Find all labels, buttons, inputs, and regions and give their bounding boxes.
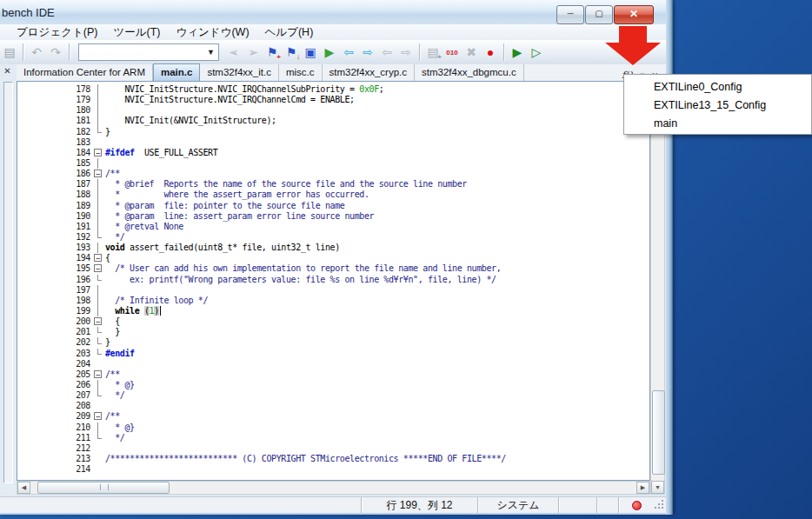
code-line[interactable]: 183: [17, 137, 649, 148]
paste-icon[interactable]: ▤: [0, 43, 19, 62]
menu-tools[interactable]: ツール(T): [105, 24, 168, 41]
code-line[interactable]: 204: [17, 359, 649, 369]
tab-stm32f4xx-it-c[interactable]: stm32f4xx_it.c: [200, 64, 279, 81]
code-line[interactable]: 212: [17, 443, 649, 454]
code-line[interactable]: 200− {: [17, 316, 649, 327]
code-line[interactable]: 206 * @}: [17, 380, 649, 390]
fold-collapse-icon[interactable]: −: [94, 170, 102, 177]
find-in-files-icon[interactable]: ▣: [301, 43, 320, 62]
fold-collapse-icon[interactable]: −: [94, 317, 102, 325]
tab-misc-c[interactable]: misc.c: [279, 64, 323, 81]
combobox-arrow-icon[interactable]: ▼: [203, 48, 218, 57]
tab-stm32f4xx-dbgmcu-c[interactable]: stm32f4xx_dbgmcu.c: [415, 64, 524, 81]
fold-collapse-icon[interactable]: −: [94, 264, 102, 272]
fold-collapse-icon[interactable]: −: [94, 370, 102, 378]
code-line[interactable]: 196 ex: printf("Wrong parameters value: …: [17, 275, 649, 285]
code-line[interactable]: 185: [17, 158, 649, 169]
close-button[interactable]: ✕: [614, 5, 654, 24]
code-line[interactable]: 199 while (1): [17, 306, 649, 316]
fold-margin[interactable]: −: [90, 263, 105, 274]
make-icon[interactable]: 010: [443, 43, 462, 62]
code-line[interactable]: 187 * @brief Reports the name of the sou…: [17, 179, 649, 190]
code-line[interactable]: 205−/**: [17, 369, 649, 380]
next-file-icon[interactable]: ⇨: [396, 43, 416, 62]
tab-information-center[interactable]: Information Center for ARM: [17, 64, 153, 81]
navigate-next-icon[interactable]: ➢: [243, 43, 263, 62]
navigate-prev-icon[interactable]: ➢: [224, 43, 243, 62]
resize-grip[interactable]: [654, 497, 666, 514]
menu-help[interactable]: ヘルプ(H): [257, 24, 322, 41]
find-next-icon[interactable]: ⚑+: [263, 43, 282, 62]
fold-margin[interactable]: −: [90, 148, 105, 158]
code-line[interactable]: 197: [17, 285, 649, 296]
tab-stm32f4xx-cryp-c[interactable]: stm32f4xx_cryp.c: [323, 64, 415, 81]
fold-collapse-icon[interactable]: −: [94, 254, 102, 262]
dock-groove[interactable]: [3, 82, 13, 483]
code-line[interactable]: 179 NVIC_InitStructure.NVIC_IRQChannelCm…: [17, 95, 649, 105]
code-line[interactable]: 192 */: [17, 232, 649, 243]
code-line[interactable]: 208: [17, 401, 649, 411]
vertical-scrollbar[interactable]: ▲ ▼: [650, 81, 665, 495]
title-bar[interactable]: bench IDE ─▢✕: [0, 0, 666, 25]
code-line[interactable]: 201 }: [17, 327, 649, 337]
find-combobox[interactable]: ▼: [78, 43, 219, 61]
code-line[interactable]: 182}: [17, 127, 649, 137]
code-line[interactable]: 213/************************** (C) COPYR…: [17, 454, 649, 464]
scroll-left-icon[interactable]: ◀: [17, 482, 30, 494]
find-prev-icon[interactable]: ⚑↓: [282, 43, 301, 62]
fn-item-extiline0-config[interactable]: EXTILine0_Config: [624, 78, 811, 96]
vertical-scroll-thumb[interactable]: [652, 390, 665, 475]
dock-close-icon[interactable]: ✕: [2, 66, 13, 77]
go-to-icon[interactable]: ▶: [320, 43, 339, 62]
code-line[interactable]: 202}: [17, 337, 649, 348]
debug-without-downloading-icon[interactable]: ▷: [527, 43, 546, 62]
code-line[interactable]: 180: [17, 105, 649, 116]
fold-collapse-icon[interactable]: −: [94, 412, 102, 420]
stop-build-icon[interactable]: ✖: [462, 43, 481, 62]
code-line[interactable]: 186−/**: [17, 169, 649, 179]
fold-margin[interactable]: −: [90, 253, 105, 263]
code-line[interactable]: 203#endif: [17, 349, 649, 359]
code-line[interactable]: 211 */: [17, 433, 649, 443]
code-line[interactable]: 190 * @param line: assert_param error li…: [17, 211, 649, 222]
code-line[interactable]: 198 /* Infinite loop */: [17, 296, 649, 306]
fold-margin[interactable]: −: [90, 316, 105, 327]
code-line[interactable]: 195− /* User can add his own implementat…: [17, 263, 649, 274]
minimize-button[interactable]: ─: [556, 5, 584, 24]
horizontal-scroll-thumb[interactable]: [37, 482, 170, 494]
compile-icon[interactable]: ▤+: [423, 43, 443, 62]
menu-project[interactable]: プロジェクト(P): [9, 24, 105, 41]
menu-window[interactable]: ウィンドウ(W): [168, 24, 256, 41]
undo-icon[interactable]: ↶: [27, 43, 46, 62]
code-line[interactable]: 194−{: [17, 253, 649, 263]
fold-margin[interactable]: −: [90, 169, 105, 179]
code-line[interactable]: 189 * @param file: pointer to the source…: [17, 201, 649, 211]
debug-breakpoint-icon[interactable]: ●: [481, 43, 500, 62]
code-line[interactable]: 193void assert_failed(uint8_t* file, uin…: [17, 243, 649, 253]
fold-margin[interactable]: −: [90, 369, 105, 380]
code-line[interactable]: 207 */: [17, 390, 649, 401]
download-and-debug-icon[interactable]: ▶: [508, 43, 527, 62]
code-line[interactable]: 209−/**: [17, 411, 649, 422]
scroll-down-icon[interactable]: ▼: [651, 481, 664, 494]
code-line[interactable]: 191 * @retval None: [17, 222, 649, 232]
redo-icon[interactable]: ↷: [46, 43, 65, 62]
fold-margin[interactable]: −: [90, 411, 105, 422]
tab-main-c[interactable]: main.c: [153, 63, 200, 81]
fn-item-extiline13-15-config[interactable]: EXTILine13_15_Config: [624, 96, 811, 115]
fn-item-main[interactable]: main: [624, 115, 811, 133]
scroll-right-icon[interactable]: ▶: [636, 482, 649, 494]
open-header-icon[interactable]: ⇦: [377, 43, 396, 62]
code-line[interactable]: 181 NVIC_Init(&NVIC_InitStructure);: [17, 116, 649, 126]
code-line[interactable]: 184−#ifdef USE_FULL_ASSERT: [17, 148, 649, 158]
code-line[interactable]: 214: [17, 464, 649, 475]
code-line[interactable]: 178 NVIC_InitStructure.NVIC_IRQChannelSu…: [17, 84, 649, 95]
horizontal-scrollbar[interactable]: ◀ ▶: [17, 481, 650, 495]
nav-back-icon[interactable]: ⇦: [339, 43, 358, 62]
code-editor[interactable]: 178 NVIC_InitStructure.NVIC_IRQChannelSu…: [17, 81, 650, 481]
code-line[interactable]: 210 * @}: [17, 423, 649, 433]
fold-collapse-icon[interactable]: −: [94, 149, 102, 156]
maximize-button[interactable]: ▢: [585, 5, 613, 24]
nav-forward-icon[interactable]: ⇨: [358, 43, 377, 62]
code-line[interactable]: 188 * where the assert_param error has o…: [17, 190, 649, 200]
